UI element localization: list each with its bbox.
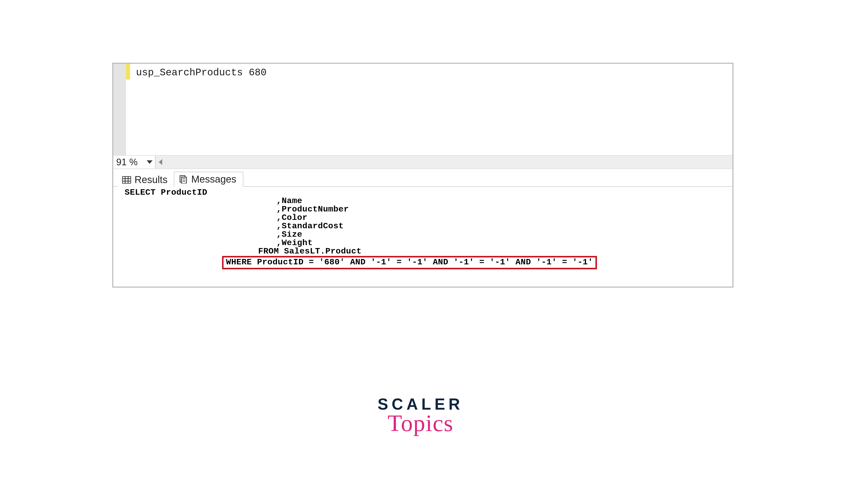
editor-status-strip: 91 % <box>113 155 733 169</box>
tab-messages-label: Messages <box>191 174 236 185</box>
line-number-gutter <box>113 64 126 155</box>
zoom-dropdown[interactable]: 91 % <box>113 156 156 168</box>
zoom-value: 91 % <box>116 157 138 167</box>
screenshot-stage: usp_SearchProducts 680 91 % <box>0 0 841 504</box>
tab-results[interactable]: Results <box>118 173 174 187</box>
sql-editor[interactable]: usp_SearchProducts 680 <box>113 64 733 155</box>
triangle-left-icon <box>159 159 162 165</box>
msg-select: SELECT ProductID <box>125 188 207 197</box>
brand-main-text: SCALER <box>378 397 463 412</box>
msg-col-4: ,Size <box>125 230 727 239</box>
results-tabs: Results Messages <box>113 169 733 187</box>
msg-col-3: ,StandardCost <box>125 222 727 230</box>
document-icon <box>179 176 188 183</box>
msg-from: FROM SalesLT.Product <box>125 247 727 255</box>
tab-messages[interactable]: Messages <box>174 172 243 187</box>
msg-col-1: ,ProductNumber <box>125 205 727 214</box>
msg-col-0: ,Name <box>125 197 727 205</box>
chevron-down-icon <box>147 160 153 164</box>
msg-col-5: ,Weight <box>125 239 727 247</box>
grid-icon <box>122 176 131 183</box>
sql-editor-text[interactable]: usp_SearchProducts 680 <box>130 64 733 155</box>
msg-col-2: ,Color <box>125 214 727 222</box>
svg-rect-0 <box>122 176 131 183</box>
messages-output[interactable]: SELECT ProductID ,Name,ProductNumber,Col… <box>113 187 733 287</box>
brand-sub-text: Topics <box>378 413 463 434</box>
scroll-left-button[interactable] <box>156 156 166 168</box>
msg-where-highlight: WHERE ProductID = '680' AND '-1' = '-1' … <box>222 256 597 269</box>
tab-results-label: Results <box>135 174 167 185</box>
ssms-panel: usp_SearchProducts 680 91 % <box>112 63 734 288</box>
modified-indicator <box>126 64 130 79</box>
brand-logo: SCALER Topics <box>378 397 463 434</box>
modified-indicator-track <box>126 64 130 155</box>
